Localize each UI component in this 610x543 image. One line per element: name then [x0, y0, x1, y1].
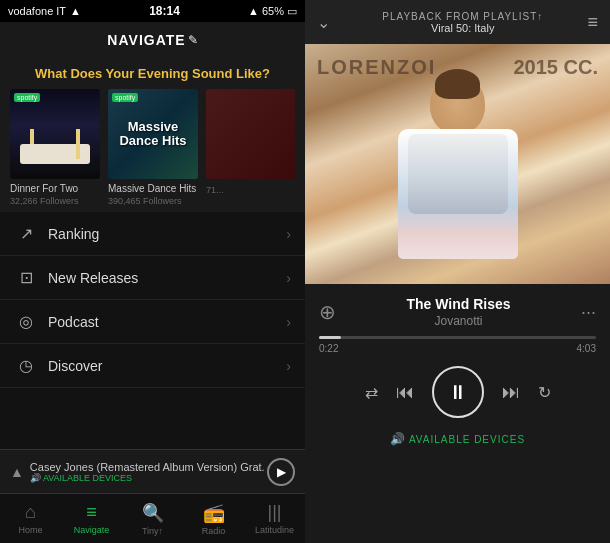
artist-figure [378, 74, 538, 274]
rh-playlist-name: Viral 50: Italy [338, 22, 587, 34]
person-hair [435, 69, 480, 99]
status-bar: vodafone IT ▲ 18:14 ▲ 65% ▭ [0, 0, 305, 22]
previous-button[interactable]: ⏮ [396, 382, 414, 403]
progress-bar[interactable] [319, 336, 596, 339]
promo-section: What Does Your Evening Sound Like? spoti… [0, 58, 305, 212]
tab-radio-label: Radio [202, 526, 226, 536]
device-section: 🔊 AVAILABLE DEVICES [305, 426, 610, 452]
spotify-badge: spotify [14, 93, 40, 102]
card-image-dance: spotify MassiveDance Hits [108, 89, 198, 179]
np-expand-arrow[interactable]: ▲ [10, 464, 24, 480]
edit-icon: ✎ [188, 33, 198, 47]
shuffle-button[interactable]: ⇄ [365, 383, 378, 402]
tab-radio[interactable]: 📻 Radio [183, 494, 244, 543]
chevron-new-releases: › [286, 270, 291, 286]
card-third-followers: 71... [206, 185, 295, 195]
add-to-library-button[interactable]: ⊕ [319, 300, 336, 324]
track-more-button[interactable]: ··· [581, 302, 596, 323]
now-playing-play-button[interactable]: ▶ [267, 458, 295, 486]
person-body [398, 129, 518, 259]
tab-bar: ⌂ Home ≡ Navigate 🔍 Tiny↑ 📻 Radio ||| La… [0, 493, 305, 543]
right-header: ⌄ PLAYBACK FROM PLAYLIST↑ Viral 50: Ital… [305, 0, 610, 44]
card-dinner-label: Dinner For Two [10, 183, 100, 194]
device-label: AVAILABLE DEVICES [409, 434, 525, 445]
track-info: ⊕ The Wind Rises Jovanotti ··· [305, 284, 610, 336]
tab-navigate[interactable]: ≡ Navigate [61, 494, 122, 543]
now-playing-bar: ▲ Casey Jones (Remastered Album Version)… [0, 449, 305, 493]
menu-item-ranking[interactable]: ↗ Ranking › [0, 212, 305, 256]
status-right: ▲ 65% ▭ [248, 5, 297, 18]
play-pause-button[interactable]: ⏸ [432, 366, 484, 418]
ranking-icon: ↗ [14, 224, 38, 243]
body-armor [408, 134, 508, 214]
album-art: LORENZOI 2015 CC. [305, 44, 610, 284]
status-time: 18:14 [149, 4, 180, 18]
repeat-button[interactable]: ↻ [538, 383, 551, 402]
left-panel: vodafone IT ▲ 18:14 ▲ 65% ▭ NAVIGATE ✎ W… [0, 0, 305, 543]
menu-item-podcast[interactable]: ◎ Podcast › [0, 300, 305, 344]
tab-browse-label: Tiny↑ [142, 526, 163, 536]
promo-title: What Does Your Evening Sound Like? [10, 66, 295, 81]
menu-label-new-releases: New Releases [48, 270, 286, 286]
rh-menu-button[interactable]: ≡ [587, 12, 598, 33]
tab-browse[interactable]: 🔍 Tiny↑ [122, 494, 183, 543]
total-time: 4:03 [577, 343, 596, 354]
discover-icon: ◷ [14, 356, 38, 375]
signal-icon: ▲ [248, 5, 259, 17]
tab-home-label: Home [18, 525, 42, 535]
new-releases-icon: ⊡ [14, 268, 38, 287]
current-time: 0:22 [319, 343, 338, 354]
navigate-tab-icon: ≡ [86, 502, 97, 523]
album-art-container: LORENZOI 2015 CC. [305, 44, 610, 284]
radio-tab-icon: 📻 [203, 502, 225, 524]
podcast-icon: ◎ [14, 312, 38, 331]
progress-times: 0:22 4:03 [319, 343, 596, 354]
rh-info: PLAYBACK FROM PLAYLIST↑ Viral 50: Italy [338, 11, 587, 34]
library-tab-icon: ||| [267, 502, 281, 523]
menu-label-discover: Discover [48, 358, 286, 374]
menu-item-new-releases[interactable]: ⊡ New Releases › [0, 256, 305, 300]
speaker-icon: 🔊 [30, 473, 43, 483]
menu-item-discover[interactable]: ◷ Discover › [0, 344, 305, 388]
browse-tab-icon: 🔍 [142, 502, 164, 524]
np-device: 🔊 AVAILABLE DEVICES [30, 473, 267, 483]
track-artist: Jovanotti [336, 314, 581, 328]
wifi-icon: ▲ [70, 5, 81, 17]
tab-library[interactable]: ||| Latitudine [244, 494, 305, 543]
rh-chevron-down[interactable]: ⌄ [317, 13, 330, 32]
carrier-text: vodafone IT [8, 5, 66, 17]
playback-controls: ⇄ ⏮ ⏸ ⏭ ↻ [305, 362, 610, 426]
card-dinner-followers: 32,266 Followers [10, 196, 100, 206]
menu-label-podcast: Podcast [48, 314, 286, 330]
spotify-badge-2: spotify [112, 93, 138, 102]
card-dinner[interactable]: spotify Dinner For Two 32,266 Followers [10, 89, 100, 206]
progress-section: 0:22 4:03 [305, 336, 610, 362]
right-panel: ⌄ PLAYBACK FROM PLAYLIST↑ Viral 50: Ital… [305, 0, 610, 543]
cards-row: spotify Dinner For Two 32,266 Followers … [10, 89, 295, 206]
card-dance-label: Massive Dance Hits [108, 183, 198, 194]
device-speaker-icon: 🔊 [390, 432, 405, 446]
card-image-dinner: spotify [10, 89, 100, 179]
tab-home[interactable]: ⌂ Home [0, 494, 61, 543]
rh-playback-label: PLAYBACK FROM PLAYLIST↑ [338, 11, 587, 22]
card-dance-followers: 390,465 Followers [108, 196, 198, 206]
np-title: Casey Jones (Remastered Album Version) G… [30, 461, 267, 473]
battery-icon: ▭ [287, 5, 297, 18]
progress-fill [319, 336, 341, 339]
chevron-discover: › [286, 358, 291, 374]
chevron-ranking: › [286, 226, 291, 242]
next-button[interactable]: ⏭ [502, 382, 520, 403]
status-left: vodafone IT ▲ [8, 5, 81, 17]
home-tab-icon: ⌂ [25, 502, 36, 523]
nav-title: NAVIGATE [107, 32, 185, 48]
card-dance[interactable]: spotify MassiveDance Hits Massive Dance … [108, 89, 198, 206]
person-head [430, 74, 485, 134]
card-third[interactable]: 71... [206, 89, 295, 206]
np-info: Casey Jones (Remastered Album Version) G… [30, 461, 267, 483]
card-image-third [206, 89, 295, 179]
nav-header: NAVIGATE ✎ [0, 22, 305, 58]
nav-menu: ↗ Ranking › ⊡ New Releases › ◎ Podcast ›… [0, 212, 305, 449]
track-name-block: The Wind Rises Jovanotti [336, 296, 581, 328]
dance-overlay-text: MassiveDance Hits [119, 120, 186, 149]
battery-text: 65% [262, 5, 284, 17]
